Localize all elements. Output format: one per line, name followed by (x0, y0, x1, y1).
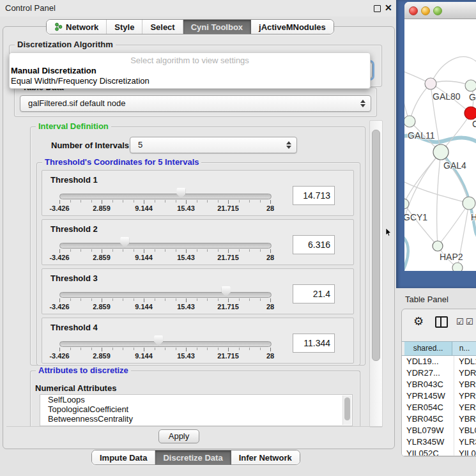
table-row[interactable]: YBL079WYBL0 (402, 425, 476, 436)
scale-label: 2.859 (93, 254, 111, 261)
tick-mark (176, 348, 176, 350)
table-cell: YDL19... (402, 356, 454, 367)
tab-jactivemnodules[interactable]: jActiveMNodules (251, 20, 334, 34)
tick-mark (123, 298, 123, 301)
threshold-4-panel: Threshold 4 -3.4262.8599.14415.4321.7152… (42, 318, 354, 364)
network-node[interactable] (464, 107, 476, 119)
settings-scrollbar[interactable] (369, 120, 383, 427)
table-row[interactable]: YBR043CYBR0 (402, 379, 476, 390)
tick-mark (70, 298, 71, 301)
table-data-combobox[interactable]: galFiltered.sif default node (20, 95, 371, 112)
network-node[interactable] (463, 197, 475, 210)
attribute-item[interactable]: TopologicalCoefficient (40, 404, 352, 414)
table-row[interactable]: YDR27...YDR2 (402, 367, 476, 379)
checkbox-icon[interactable]: ☑ (466, 317, 473, 326)
scrollbar-thumb[interactable] (372, 130, 380, 361)
network-node[interactable] (465, 80, 476, 91)
gear-icon[interactable]: ⚙ (413, 314, 424, 328)
zoom-traffic-light-icon[interactable] (433, 6, 442, 15)
numerical-attributes-list[interactable]: SelfLoopsTopologicalCoefficientBetweenne… (40, 394, 353, 426)
table-row[interactable]: YLR345WYLR3 (402, 436, 476, 448)
tab-label: Style (114, 22, 134, 32)
threshold-1-value-field[interactable]: 14.713 (293, 186, 335, 205)
scale-label: 9.144 (135, 254, 153, 261)
tick-mark (81, 348, 81, 350)
table-row[interactable]: YER054CYER0 (402, 402, 476, 413)
scale-label: 21.715 (217, 352, 239, 360)
tick-mark (59, 298, 60, 302)
node-label: GAL11 (408, 130, 435, 141)
network-edge (438, 203, 469, 246)
split-columns-icon[interactable] (435, 316, 448, 328)
tab-label: Select (150, 22, 174, 32)
network-canvas[interactable]: GAL80GACGAL11GAL4GCY1HHAP2 (404, 19, 476, 271)
table-row[interactable]: YDL19...YDL1 (402, 356, 476, 367)
table-cell: YPR1 (454, 390, 476, 402)
tab-impute-data[interactable]: Impute Data (92, 450, 155, 464)
popup-option-equal-width-frequency[interactable]: Equal Width/Frequency Discretization (11, 76, 150, 86)
tab-network[interactable]: Network (47, 20, 107, 34)
threshold-2-value-field[interactable]: 6.316 (293, 235, 335, 254)
tick-mark (239, 249, 240, 252)
viewport-divider (6, 426, 382, 427)
tab-style[interactable]: Style (107, 20, 142, 34)
combo-arrows-icon (286, 141, 291, 149)
tick-mark (239, 200, 240, 203)
tick-mark (197, 348, 197, 350)
column-header-name[interactable]: n... (452, 342, 476, 355)
tab-cyni-toolbox[interactable]: Cyni Toolbox (183, 20, 251, 34)
tick-mark (249, 200, 250, 203)
network-node[interactable] (433, 144, 449, 160)
table-row[interactable]: YPR145WYPR1 (402, 390, 476, 402)
tick-mark (270, 249, 271, 253)
threshold-3-value-field[interactable]: 21.4 (293, 284, 335, 303)
threshold-4-value-field[interactable]: 11.344 (293, 334, 335, 353)
bottom-tab-bar: Impute Data Discretize Data Infer Networ… (91, 450, 300, 465)
popup-option-manual-discretization[interactable]: Manual Discretization (11, 66, 96, 75)
tab-discretize-data[interactable]: Discretize Data (155, 450, 231, 464)
close-traffic-light-icon[interactable] (409, 6, 418, 15)
tick-mark (270, 298, 271, 302)
table-cell: YLR345W (402, 436, 454, 448)
tick-mark (112, 200, 113, 203)
combo-arrows-icon (360, 100, 365, 107)
scale-label: 2.859 (93, 204, 111, 212)
attribute-item[interactable]: BetweennessCentrality (40, 414, 352, 424)
attribute-item[interactable]: SelfLoops (40, 395, 352, 404)
group-title: Attributes to discretize (36, 365, 131, 375)
table-cell: YBR045C (402, 413, 454, 425)
column-header-shared[interactable]: shared... (404, 342, 452, 355)
tick-mark (70, 200, 71, 203)
minimize-traffic-light-icon[interactable] (421, 6, 430, 15)
network-window-titlebar[interactable] (404, 2, 476, 19)
number-of-intervals-combobox[interactable]: 5 (130, 137, 297, 153)
network-node[interactable] (425, 78, 436, 89)
tick-mark (59, 348, 60, 351)
tick-mark (197, 200, 197, 203)
tick-mark (186, 200, 187, 204)
close-icon[interactable]: ✕ (385, 3, 392, 13)
table-hscrollbar[interactable] (402, 456, 476, 457)
network-node[interactable] (404, 116, 415, 127)
tick-mark (176, 298, 176, 301)
network-node[interactable] (452, 263, 463, 271)
tab-select[interactable]: Select (142, 20, 183, 34)
group-title: Interval Definition (36, 121, 111, 131)
scrollbar-thumb[interactable] (344, 397, 350, 420)
list-scrollbar[interactable] (342, 395, 351, 425)
tick-mark (59, 249, 60, 253)
tab-infer-network[interactable]: Infer Network (231, 450, 300, 464)
apply-button[interactable]: Apply (158, 429, 199, 443)
tick-mark (197, 249, 197, 252)
table-cell: YER054C (402, 402, 454, 413)
table-row[interactable]: YBR045CYBR0 (402, 413, 476, 425)
table-cell: YBR043C (402, 379, 454, 390)
threshold-3-panel: Threshold 3 -3.4262.8599.14415.4321.7152… (42, 268, 354, 314)
tick-mark (81, 249, 81, 252)
float-panel-icon[interactable] (374, 5, 381, 12)
tick-mark (102, 249, 102, 253)
scale-label: 21.715 (217, 204, 239, 212)
checkbox-icon[interactable]: ☑ (456, 317, 464, 326)
network-node[interactable] (433, 241, 443, 251)
tick-mark (134, 200, 134, 203)
